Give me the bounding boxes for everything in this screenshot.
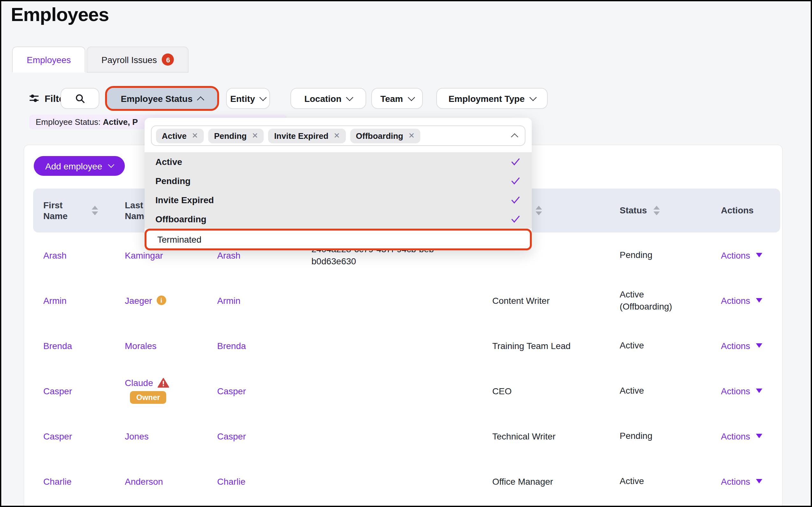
preferred-name-link[interactable]: Casper [217, 386, 246, 396]
remove-tag-icon[interactable]: ✕ [408, 131, 415, 140]
status-tag-pending: Pending ✕ [208, 128, 264, 143]
tab-employees[interactable]: Employees [12, 47, 85, 73]
last-name-link[interactable]: Jones [125, 431, 149, 441]
option-invite-expired[interactable]: Invite Expired [144, 190, 532, 210]
sort-icon[interactable] [653, 206, 660, 215]
actions-label: Actions [721, 431, 750, 441]
tag-label: Offboarding [356, 131, 403, 140]
header-first-name[interactable]: First Name [33, 200, 125, 221]
caret-down-icon [756, 253, 762, 257]
option-active[interactable]: Active [144, 152, 532, 171]
actions-label: Actions [721, 476, 750, 486]
employee-status-dropdown: Active ✕ Pending ✕ Invite Expired ✕ Offb… [144, 118, 532, 250]
job-title-cell: CEO [492, 386, 620, 396]
first-name-link[interactable]: Arash [43, 250, 67, 260]
filter-employee-status-button[interactable]: Employee Status [107, 88, 217, 109]
option-label: Active [156, 157, 182, 167]
tab-payroll-issues[interactable]: Payroll Issues 6 [87, 47, 189, 73]
actions-label: Actions [721, 250, 750, 260]
filter-location-button[interactable]: Location [290, 88, 366, 109]
add-employee-button[interactable]: Add employee [34, 156, 124, 176]
status-cell: Active (Offboarding) [620, 288, 721, 313]
header-status[interactable]: Status [620, 205, 721, 216]
option-pending[interactable]: Pending [144, 171, 532, 190]
actions-header-label: Actions [721, 205, 754, 216]
preferred-name-link[interactable]: Casper [217, 431, 246, 441]
option-label: Offboarding [156, 214, 206, 224]
option-label: Invite Expired [156, 195, 214, 205]
status-tag-input[interactable]: Active ✕ Pending ✕ Invite Expired ✕ Offb… [151, 125, 525, 146]
actions-label: Actions [721, 295, 750, 305]
last-name-link[interactable]: Jaeger [125, 295, 152, 305]
team-button-label: Team [380, 93, 403, 104]
entity-button-label: Entity [230, 93, 255, 104]
row-actions-button[interactable]: Actions [721, 340, 780, 351]
last-name-link[interactable]: Claude [125, 378, 153, 388]
search-icon [75, 93, 85, 104]
remove-tag-icon[interactable]: ✕ [333, 131, 340, 140]
payroll-issues-count-badge: 6 [162, 54, 174, 66]
last-name-link[interactable]: Morales [125, 340, 157, 351]
status-cell: Active [620, 475, 721, 487]
chevron-down-icon [529, 94, 536, 101]
chevron-down-icon [260, 94, 267, 101]
check-icon [511, 158, 520, 166]
info-icon[interactable]: i [157, 295, 166, 305]
first-name-header-label: First Name [33, 200, 83, 221]
caret-down-icon [756, 343, 762, 348]
last-name-link[interactable]: Kamingar [125, 250, 163, 260]
first-name-link[interactable]: Casper [43, 386, 72, 396]
sort-up-icon [653, 206, 660, 210]
option-offboarding[interactable]: Offboarding [144, 210, 532, 229]
option-terminated[interactable]: Terminated [144, 229, 532, 250]
chevron-up-icon[interactable] [511, 133, 518, 141]
chip-values: Active, P [103, 117, 138, 127]
tag-label: Active [162, 131, 187, 140]
preferred-name-link[interactable]: Arash [217, 250, 240, 260]
first-name-link[interactable]: Casper [43, 431, 72, 441]
row-actions-button[interactable]: Actions [721, 476, 780, 486]
header-actions: Actions [721, 205, 780, 216]
remove-tag-icon[interactable]: ✕ [192, 131, 198, 140]
add-employee-label: Add employee [45, 161, 102, 171]
warning-icon[interactable] [158, 378, 170, 388]
row-actions-button[interactable]: Actions [721, 386, 780, 396]
tab-employees-label: Employees [27, 54, 71, 65]
filter-entity-button[interactable]: Entity [226, 88, 270, 109]
first-name-link[interactable]: Brenda [43, 340, 72, 351]
caret-down-icon [756, 479, 762, 484]
preferred-name-link[interactable]: Brenda [217, 340, 246, 351]
last-name-link[interactable]: Anderson [125, 476, 163, 486]
first-name-link[interactable]: Charlie [43, 476, 72, 486]
tag-label: Pending [214, 131, 247, 140]
first-name-link[interactable]: Armin [43, 295, 67, 305]
check-icon [511, 177, 520, 185]
sliders-icon [28, 93, 40, 104]
page-title: Employees [11, 4, 109, 25]
row-actions-button[interactable]: Actions [721, 250, 780, 260]
preferred-name-link[interactable]: Charlie [217, 476, 245, 486]
status-cell: Pending [620, 430, 721, 442]
search-button[interactable] [60, 88, 99, 109]
chevron-down-icon [408, 94, 415, 101]
table-row: Brenda Morales Brenda Training Team Lead… [33, 323, 780, 368]
preferred-name-link[interactable]: Armin [217, 295, 240, 305]
tab-payroll-issues-label: Payroll Issues [102, 54, 157, 65]
remove-tag-icon[interactable]: ✕ [252, 131, 258, 140]
sort-icon[interactable] [92, 206, 98, 215]
sort-icon[interactable] [536, 206, 542, 215]
table-body: Arash Kamingar Arash 2404a228-6c79-437f-… [33, 232, 780, 504]
sort-down-icon [536, 212, 542, 215]
chevron-up-icon [197, 96, 205, 104]
filter-team-button[interactable]: Team [371, 88, 423, 109]
row-actions-button[interactable]: Actions [721, 431, 780, 441]
option-label: Pending [156, 176, 190, 186]
status-cell: Active [620, 339, 721, 352]
status-cell: Active [620, 385, 721, 397]
filter-employment-type-button[interactable]: Employment Type [436, 88, 548, 109]
table-row: Armin Jaegeri Armin Content Writer Activ… [33, 278, 780, 323]
row-actions-button[interactable]: Actions [721, 295, 780, 305]
status-header-label: Status [620, 205, 647, 216]
sort-down-icon [92, 212, 98, 215]
option-label: Terminated [157, 234, 201, 244]
